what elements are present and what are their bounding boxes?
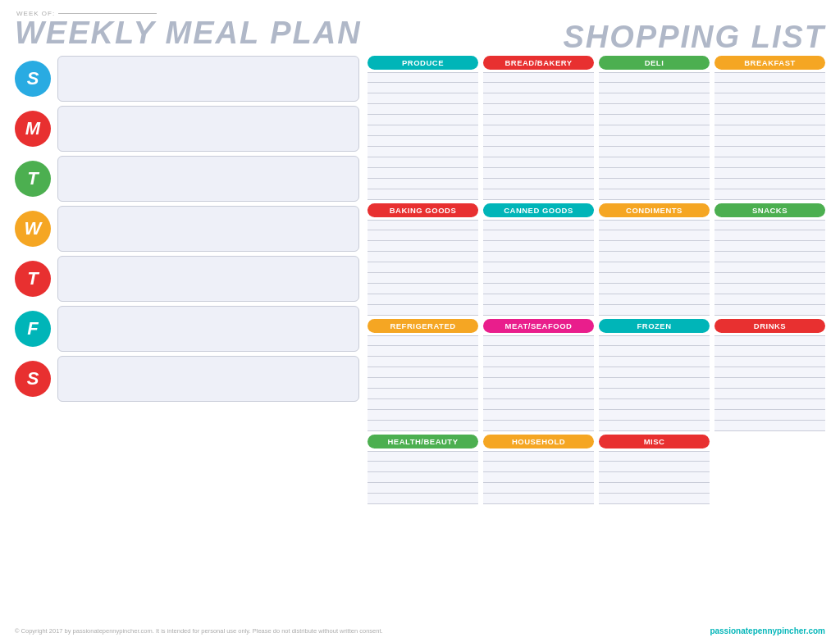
ruled-line[interactable] (368, 421, 478, 431)
week-of-line[interactable] (58, 13, 157, 14)
ruled-line[interactable] (599, 462, 710, 472)
ruled-line[interactable] (599, 367, 710, 378)
ruled-line[interactable] (599, 389, 710, 399)
ruled-line[interactable] (368, 252, 478, 262)
ruled-line[interactable] (483, 421, 594, 431)
ruled-line[interactable] (368, 389, 478, 399)
ruled-line[interactable] (368, 462, 478, 472)
ruled-line[interactable] (368, 451, 478, 462)
ruled-line[interactable] (368, 168, 478, 179)
ruled-line[interactable] (599, 305, 710, 316)
ruled-line[interactable] (599, 241, 710, 252)
ruled-line[interactable] (368, 410, 478, 421)
ruled-line[interactable] (483, 189, 594, 200)
ruled-line[interactable] (368, 220, 478, 230)
meal-input-box[interactable] (57, 56, 359, 102)
ruled-line[interactable] (368, 378, 478, 389)
ruled-line[interactable] (483, 241, 594, 252)
ruled-line[interactable] (599, 284, 710, 294)
ruled-line[interactable] (599, 168, 710, 179)
ruled-line[interactable] (483, 252, 594, 262)
ruled-line[interactable] (714, 83, 825, 93)
meal-input-box[interactable] (57, 306, 359, 352)
ruled-line[interactable] (599, 115, 710, 125)
ruled-line[interactable] (368, 83, 478, 93)
ruled-line[interactable] (599, 294, 710, 305)
ruled-line[interactable] (483, 284, 594, 294)
ruled-line[interactable] (483, 472, 594, 483)
ruled-line[interactable] (368, 346, 478, 357)
ruled-line[interactable] (483, 494, 594, 504)
ruled-line[interactable] (714, 179, 825, 189)
ruled-line[interactable] (599, 335, 710, 346)
ruled-line[interactable] (714, 72, 825, 83)
ruled-line[interactable] (368, 72, 478, 83)
ruled-line[interactable] (599, 157, 710, 168)
ruled-line[interactable] (483, 378, 594, 389)
ruled-line[interactable] (714, 399, 825, 410)
ruled-line[interactable] (483, 83, 594, 93)
ruled-line[interactable] (483, 462, 594, 472)
ruled-line[interactable] (483, 399, 594, 410)
ruled-line[interactable] (483, 483, 594, 494)
ruled-line[interactable] (599, 421, 710, 431)
ruled-line[interactable] (483, 230, 594, 241)
ruled-line[interactable] (483, 157, 594, 168)
ruled-line[interactable] (483, 410, 594, 421)
ruled-line[interactable] (368, 189, 478, 200)
ruled-line[interactable] (714, 104, 825, 115)
ruled-line[interactable] (714, 410, 825, 421)
ruled-line[interactable] (483, 367, 594, 378)
ruled-line[interactable] (599, 410, 710, 421)
ruled-line[interactable] (483, 168, 594, 179)
ruled-line[interactable] (483, 273, 594, 284)
ruled-line[interactable] (368, 115, 478, 125)
ruled-line[interactable] (714, 168, 825, 179)
ruled-line[interactable] (483, 357, 594, 367)
ruled-line[interactable] (368, 136, 478, 147)
ruled-line[interactable] (368, 230, 478, 241)
ruled-line[interactable] (483, 451, 594, 462)
ruled-line[interactable] (599, 220, 710, 230)
ruled-line[interactable] (714, 220, 825, 230)
ruled-line[interactable] (368, 399, 478, 410)
ruled-line[interactable] (714, 241, 825, 252)
ruled-line[interactable] (599, 346, 710, 357)
ruled-line[interactable] (714, 305, 825, 316)
ruled-line[interactable] (599, 72, 710, 83)
ruled-line[interactable] (714, 252, 825, 262)
ruled-line[interactable] (714, 147, 825, 157)
ruled-line[interactable] (368, 494, 478, 504)
ruled-line[interactable] (599, 357, 710, 367)
ruled-line[interactable] (483, 262, 594, 273)
ruled-line[interactable] (483, 179, 594, 189)
ruled-line[interactable] (714, 125, 825, 136)
ruled-line[interactable] (714, 189, 825, 200)
ruled-line[interactable] (714, 115, 825, 125)
ruled-line[interactable] (483, 335, 594, 346)
ruled-line[interactable] (483, 220, 594, 230)
ruled-line[interactable] (599, 179, 710, 189)
ruled-line[interactable] (483, 346, 594, 357)
ruled-line[interactable] (483, 305, 594, 316)
ruled-line[interactable] (368, 284, 478, 294)
ruled-line[interactable] (714, 284, 825, 294)
ruled-line[interactable] (714, 389, 825, 399)
ruled-line[interactable] (599, 230, 710, 241)
ruled-line[interactable] (483, 294, 594, 305)
ruled-line[interactable] (483, 125, 594, 136)
ruled-line[interactable] (714, 346, 825, 357)
ruled-line[interactable] (714, 378, 825, 389)
ruled-line[interactable] (714, 157, 825, 168)
ruled-line[interactable] (714, 273, 825, 284)
ruled-line[interactable] (599, 472, 710, 483)
ruled-line[interactable] (714, 230, 825, 241)
ruled-line[interactable] (368, 93, 478, 104)
ruled-line[interactable] (714, 136, 825, 147)
meal-input-box[interactable] (57, 206, 359, 252)
ruled-line[interactable] (714, 93, 825, 104)
ruled-line[interactable] (368, 241, 478, 252)
ruled-line[interactable] (599, 189, 710, 200)
meal-input-box[interactable] (57, 106, 359, 152)
ruled-line[interactable] (599, 125, 710, 136)
